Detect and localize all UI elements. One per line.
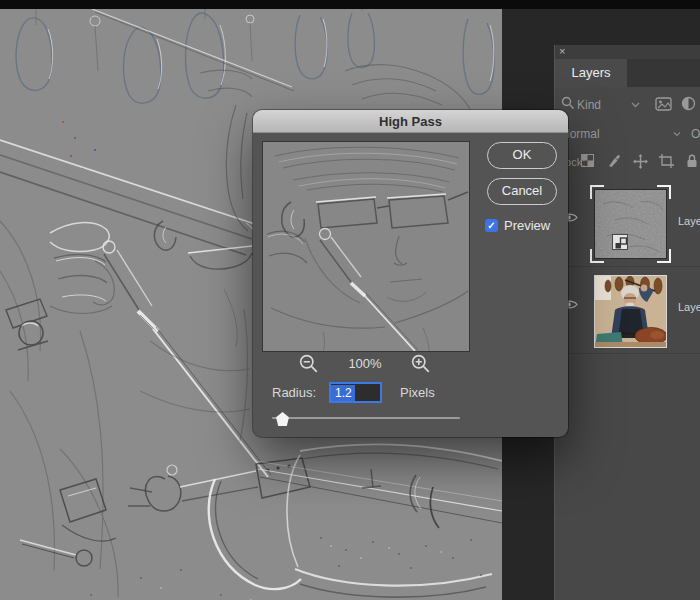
slider-thumb[interactable]: [275, 412, 290, 426]
lock-position-icon[interactable]: [633, 154, 648, 169]
slider-track[interactable]: [272, 417, 460, 419]
lock-row: Lock:: [555, 147, 700, 180]
radius-unit-label: Pixels: [400, 385, 435, 400]
close-icon[interactable]: ×: [559, 46, 565, 57]
high-pass-dialog: High Pass: [253, 110, 568, 437]
lock-artboard-icon[interactable]: [659, 154, 674, 168]
kind-filter-dropdown[interactable]: Kind: [577, 98, 601, 112]
opacity-label: Opacity:: [691, 127, 700, 141]
dialog-titlebar[interactable]: High Pass: [253, 110, 568, 133]
preview-checkbox[interactable]: ✓: [485, 219, 498, 232]
radius-input[interactable]: 1.2: [329, 382, 382, 403]
smart-filter-badge-icon: [612, 234, 628, 250]
radius-slider[interactable]: [272, 410, 460, 428]
layers-panel: × Layers Kind Normal: [554, 45, 700, 600]
layer-name[interactable]: Layer: [678, 215, 700, 227]
photoshop-screen: × Layers Kind Normal: [0, 0, 700, 600]
filter-preview[interactable]: [262, 141, 470, 352]
dialog-title: High Pass: [253, 110, 568, 133]
tab-layers[interactable]: Layers: [555, 59, 627, 87]
chevron-down-icon: [673, 132, 681, 137]
pixel-layer-filter-icon[interactable]: [655, 97, 672, 111]
high-pass-gray-thumbnail[interactable]: [594, 189, 667, 259]
panel-tab-strip: Layers: [555, 59, 700, 87]
magnifier-plus-icon[interactable]: [411, 354, 431, 374]
lock-all-icon[interactable]: [686, 154, 698, 168]
magnifier-icon: [561, 96, 575, 110]
chevron-down-icon: [631, 102, 640, 108]
panel-header: ×: [555, 45, 700, 59]
layer-filter-row: Kind: [555, 87, 700, 121]
radius-value: 1.2: [331, 385, 355, 401]
zoom-level: 100%: [330, 356, 400, 371]
layer-row-2[interactable]: Layer: [555, 267, 700, 352]
magnifier-minus-icon[interactable]: [299, 354, 319, 374]
cancel-button[interactable]: Cancel: [487, 178, 557, 205]
layer-row-1[interactable]: Layer: [555, 181, 700, 266]
radius-row: Radius: 1.2 Pixels: [253, 381, 479, 405]
photo-thumbnail[interactable]: [594, 275, 667, 348]
radius-label: Radius:: [272, 385, 316, 400]
preview-checkbox-label: Preview: [504, 218, 550, 233]
layer-name[interactable]: Layer: [678, 301, 700, 313]
row-divider: [555, 353, 700, 354]
lock-image-pixels-icon[interactable]: [607, 154, 621, 168]
ok-button[interactable]: OK: [487, 142, 557, 169]
adjustment-layer-filter-icon[interactable]: [681, 96, 696, 111]
blend-mode-row: Normal Opacity:: [555, 121, 700, 147]
preview-zoom-controls: 100%: [253, 352, 479, 374]
lock-transparent-pixels-icon[interactable]: [581, 154, 594, 167]
system-top-bar: [0, 0, 700, 9]
preview-checkbox-group[interactable]: ✓ Preview: [485, 218, 550, 233]
